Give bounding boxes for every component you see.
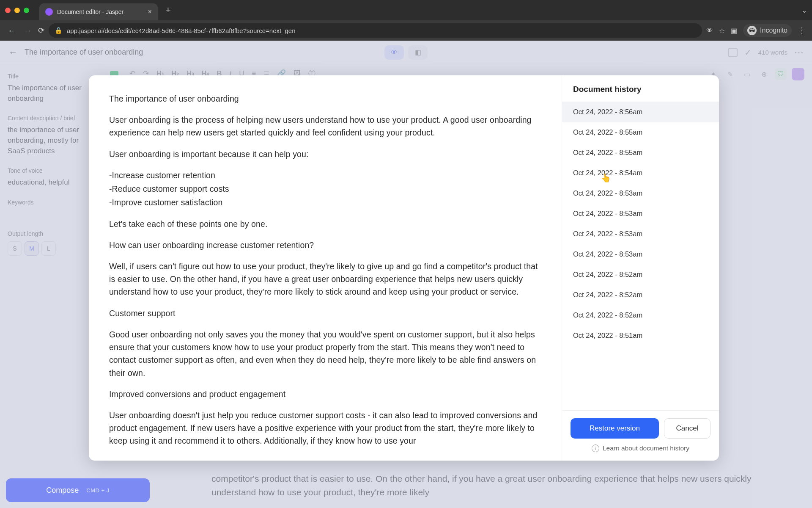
doc-title-line: The importance of user onboarding: [109, 92, 541, 105]
cancel-button[interactable]: Cancel: [664, 418, 710, 439]
info-icon: i: [592, 444, 599, 452]
history-item[interactable]: Oct 24, 2022 - 8:52am: [562, 285, 719, 305]
app-root: ← The importance of user onboarding 👁 ◧ …: [0, 41, 812, 508]
browser-right-icons: 👁 ☆ ▣ 🕶 Incognito ⋮: [706, 24, 806, 37]
doc-b1: -Increase customer retention: [109, 169, 541, 182]
doc-p5: Well, if users can't figure out how to u…: [109, 260, 541, 298]
address-bar: ← → ⟳ 🔒 app.jasper.ai/docs/edit/ec42d8ad…: [0, 20, 812, 41]
history-pane: Document history Oct 24, 2022 - 8:56am O…: [562, 75, 719, 461]
doc-h3: Improved conversions and product engagem…: [109, 388, 541, 400]
history-item[interactable]: Oct 24, 2022 - 8:54am: [562, 163, 719, 183]
history-item[interactable]: Oct 24, 2022 - 8:55am: [562, 122, 719, 143]
history-buttons: Restore version Cancel: [571, 418, 710, 439]
window-controls: [5, 8, 29, 13]
url-input[interactable]: 🔒 app.jasper.ai/docs/edit/ec42d8ad-5d6c-…: [49, 23, 702, 38]
doc-p4: How can user onboarding increase custome…: [109, 239, 541, 251]
lock-icon: 🔒: [55, 27, 63, 34]
incognito-badge[interactable]: 🕶 Incognito: [743, 24, 792, 37]
history-item[interactable]: Oct 24, 2022 - 8:53am: [562, 244, 719, 265]
close-tab-icon[interactable]: ×: [148, 8, 152, 16]
url-text: app.jasper.ai/docs/edit/ec42d8ad-5d6c-48…: [67, 27, 296, 34]
doc-b3: -Improve customer satisfaction: [109, 196, 541, 209]
compose-shortcut: CMD + J: [86, 487, 109, 494]
history-item[interactable]: Oct 24, 2022 - 8:53am: [562, 183, 719, 204]
history-item[interactable]: Oct 24, 2022 - 8:53am: [562, 204, 719, 224]
close-window-icon[interactable]: [5, 8, 11, 13]
forward-button[interactable]: →: [22, 26, 34, 36]
compose-button[interactable]: Compose CMD + J: [6, 478, 150, 502]
version-preview-pane: The importance of user onboarding User o…: [89, 75, 562, 461]
learn-link[interactable]: i Learn about document history: [571, 444, 710, 452]
history-item[interactable]: Oct 24, 2022 - 8:55am: [562, 143, 719, 163]
compose-label: Compose: [46, 486, 79, 495]
tabs-dropdown-icon[interactable]: ⌄: [801, 6, 807, 14]
maximize-window-icon[interactable]: [24, 8, 29, 13]
document-history-modal: The importance of user onboarding User o…: [89, 75, 719, 461]
browser-menu-icon[interactable]: ⋮: [798, 25, 806, 36]
eye-off-icon[interactable]: 👁: [706, 27, 713, 34]
incognito-icon: 🕶: [747, 26, 757, 35]
minimize-window-icon[interactable]: [14, 8, 20, 13]
bookmark-icon[interactable]: ☆: [719, 27, 725, 35]
doc-h2: Customer support: [109, 307, 541, 320]
restore-version-button[interactable]: Restore version: [571, 418, 659, 439]
doc-p6: Good user onboarding not only saves you …: [109, 328, 541, 379]
learn-label: Learn about document history: [603, 444, 689, 452]
history-list[interactable]: Oct 24, 2022 - 8:56am Oct 24, 2022 - 8:5…: [562, 102, 719, 410]
doc-p2: User onboarding is important because it …: [109, 148, 541, 160]
new-tab-button[interactable]: +: [161, 5, 175, 16]
history-item[interactable]: Oct 24, 2022 - 8:53am: [562, 224, 719, 244]
history-item[interactable]: Oct 24, 2022 - 8:52am: [562, 305, 719, 326]
doc-b2: -Reduce customer support costs: [109, 182, 541, 195]
reload-button[interactable]: ⟳: [38, 26, 44, 35]
tab-title: Document editor - Jasper: [57, 8, 144, 15]
favicon-icon: [45, 8, 53, 16]
doc-p1: User onboarding is the process of helpin…: [109, 113, 541, 139]
doc-p7: User onboarding doesn't just help you re…: [109, 409, 541, 447]
history-item[interactable]: Oct 24, 2022 - 8:52am: [562, 265, 719, 285]
history-item[interactable]: Oct 24, 2022 - 8:56am: [562, 102, 719, 122]
history-footer: Restore version Cancel i Learn about doc…: [562, 410, 719, 461]
back-button[interactable]: ←: [6, 26, 18, 36]
browser-tab[interactable]: Document editor - Jasper ×: [39, 3, 158, 20]
tab-bar: Document editor - Jasper × + ⌄: [0, 0, 812, 20]
doc-p3: Let's take each of these points one by o…: [109, 218, 541, 230]
browser-chrome: Document editor - Jasper × + ⌄ ← → ⟳ 🔒 a…: [0, 0, 812, 41]
incognito-label: Incognito: [760, 27, 787, 34]
history-item[interactable]: Oct 24, 2022 - 8:51am: [562, 326, 719, 346]
history-title: Document history: [562, 75, 719, 102]
extensions-icon[interactable]: ▣: [731, 27, 737, 35]
